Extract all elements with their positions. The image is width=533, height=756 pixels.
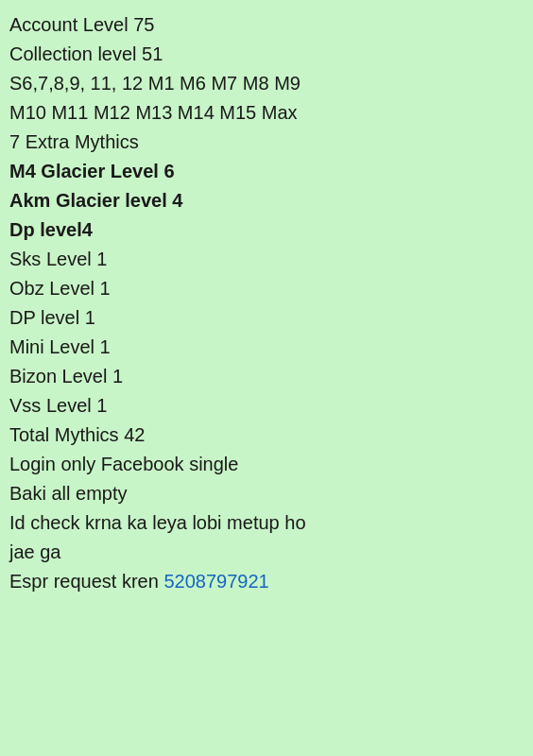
obz-level: Obz Level 1	[9, 275, 524, 302]
bizon-level: Bizon Level 1	[9, 363, 524, 390]
m4-glacier: M4 Glacier Level 6	[9, 158, 524, 185]
akm-glacier: Akm Glacier level 4	[9, 187, 524, 215]
id-check-line1: Id check krna ka leya lobi metup ho	[9, 509, 524, 537]
sks-level: Sks Level 1	[9, 246, 524, 273]
baki-info: Baki all empty	[9, 480, 524, 507]
id-check-line2: jae ga	[9, 539, 524, 566]
phone-number[interactable]: 5208797921	[163, 571, 268, 592]
account-level: Account Level 75	[9, 11, 524, 39]
dp-level4: Dp level4	[9, 216, 524, 244]
main-content: Account Level 75Collection level 51S6,7,…	[9, 11, 524, 595]
espr-request: Espr request kren 5208797921	[9, 568, 524, 595]
mini-level: Mini Level 1	[9, 334, 524, 361]
skins-line2: M10 M11 M12 M13 M14 M15 Max	[9, 99, 524, 127]
total-mythics: Total Mythics 42	[9, 421, 524, 449]
skins-line1: S6,7,8,9, 11, 12 M1 M6 M7 M8 M9	[9, 70, 524, 97]
vss-level: Vss Level 1	[9, 392, 524, 420]
dp-level1: DP level 1	[9, 304, 524, 332]
extra-mythics: 7 Extra Mythics	[9, 129, 524, 156]
login-info: Login only Facebook single	[9, 451, 524, 478]
collection-level: Collection level 51	[9, 41, 524, 68]
